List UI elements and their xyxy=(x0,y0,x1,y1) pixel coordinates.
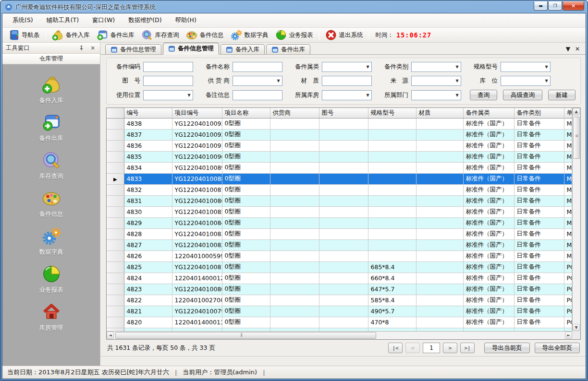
table-cell[interactable] xyxy=(319,284,368,295)
table-cell[interactable]: 4821 xyxy=(124,306,172,317)
table-cell[interactable] xyxy=(319,118,368,129)
table-cell[interactable] xyxy=(270,306,319,317)
table-row[interactable]: 4828YG122040100830型圈标准件（国产）日常备件M xyxy=(107,228,572,239)
table-cell[interactable]: 标准件（国产） xyxy=(463,284,514,295)
page-number-input[interactable]: 1 xyxy=(423,343,440,353)
table-cell[interactable] xyxy=(319,295,368,306)
row-header[interactable] xyxy=(107,295,124,306)
table-cell[interactable]: M xyxy=(564,118,572,129)
toolbar-data-dict-button[interactable]: 数据字典 xyxy=(227,28,272,42)
toolbar-parts-out-button[interactable]: 备件出库 xyxy=(93,28,138,42)
table-cell[interactable]: 日常备件 xyxy=(514,295,564,306)
table-cell[interactable]: 0型圈 xyxy=(222,250,270,262)
toolbar-parts-in-button[interactable]: 备件入库 xyxy=(49,28,93,42)
first-page-button[interactable]: |< xyxy=(388,343,403,353)
table-cell[interactable]: 日常备件 xyxy=(514,217,564,228)
row-header[interactable] xyxy=(107,129,124,140)
drawing-no-input[interactable] xyxy=(143,76,193,86)
prev-page-button[interactable]: < xyxy=(405,343,420,353)
table-cell[interactable]: YG12204010079 xyxy=(172,306,222,317)
table-cell[interactable] xyxy=(416,118,463,129)
table-cell[interactable] xyxy=(319,184,368,195)
table-cell[interactable]: 标准件（国产） xyxy=(463,129,514,140)
chevron-down-icon[interactable]: ▼ xyxy=(453,62,461,71)
table-cell[interactable]: 标准件（国产） xyxy=(463,295,514,306)
location-combobox[interactable]: ▼ xyxy=(501,76,551,86)
row-header[interactable] xyxy=(107,262,124,273)
table-cell[interactable]: 0型圈 xyxy=(222,129,270,140)
row-header[interactable] xyxy=(107,317,124,328)
table-cell[interactable]: M xyxy=(564,173,572,184)
table-cell[interactable] xyxy=(319,206,368,217)
table-cell[interactable] xyxy=(319,129,368,140)
sidebar-item-stock-query[interactable]: 库存查询 xyxy=(39,151,63,180)
table-cell[interactable]: M xyxy=(564,217,572,228)
last-page-button[interactable]: >| xyxy=(460,343,475,353)
tab-parts-in[interactable]: 备件入库 xyxy=(220,44,265,54)
table-cell[interactable]: 0型圈 xyxy=(222,317,270,328)
table-cell[interactable]: YG12204010089 xyxy=(172,162,222,173)
chevron-down-icon[interactable]: ▼ xyxy=(275,76,282,85)
table-cell[interactable]: 日常备件 xyxy=(514,206,564,217)
table-cell[interactable] xyxy=(270,151,319,162)
table-cell[interactable]: 0型圈 xyxy=(222,273,270,284)
horizontal-scrollbar[interactable]: ◄ ► xyxy=(107,331,572,339)
sidebar-item-parts-in[interactable]: 备件入库 xyxy=(39,75,63,105)
material-input[interactable] xyxy=(322,76,372,86)
column-header[interactable]: 编号 xyxy=(124,108,172,118)
table-cell[interactable]: 日常备件 xyxy=(514,284,564,295)
table-cell[interactable]: 日常备件 xyxy=(514,173,564,184)
table-cell[interactable] xyxy=(270,162,319,173)
column-header[interactable]: 项目编号 xyxy=(172,108,222,118)
table-row[interactable]: 482012204014000130型圈470*8标准件（国产）日常备件PC xyxy=(107,317,572,328)
table-cell[interactable]: 0型圈 xyxy=(222,162,270,173)
table-cell[interactable]: 0型圈 xyxy=(222,284,270,295)
table-cell[interactable]: 标准件（国产） xyxy=(463,262,514,273)
sidebar-item-warehouse[interactable]: 库房管理 xyxy=(39,302,63,332)
chevron-down-icon[interactable]: ▼ xyxy=(453,76,461,85)
table-cell[interactable]: 日常备件 xyxy=(514,250,564,262)
menu-item-help[interactable]: 帮助(H) xyxy=(169,14,203,27)
table-cell[interactable]: 标准件（国产） xyxy=(463,151,514,162)
table-cell[interactable]: M xyxy=(564,239,572,250)
table-cell[interactable]: YG12204010088 xyxy=(172,173,222,184)
table-cell[interactable]: M xyxy=(564,184,572,195)
row-header[interactable] xyxy=(107,140,124,151)
toolbar-exit-button[interactable]: 退出系统 xyxy=(322,28,367,42)
table-cell[interactable]: YG12204010081 xyxy=(172,262,222,273)
table-cell[interactable]: 685*8.4 xyxy=(368,262,416,273)
table-cell[interactable] xyxy=(319,306,368,317)
table-cell[interactable] xyxy=(368,184,416,195)
table-cell[interactable]: 1220401000599 xyxy=(172,250,222,262)
table-cell[interactable] xyxy=(270,206,319,217)
sidebar-item-data-dict[interactable]: 数据字典 xyxy=(39,226,63,256)
table-cell[interactable] xyxy=(270,173,319,184)
table-cell[interactable]: 4836 xyxy=(124,140,172,151)
table-cell[interactable] xyxy=(319,173,368,184)
query-button[interactable]: 查询 xyxy=(470,90,497,100)
table-cell[interactable] xyxy=(416,317,463,328)
table-cell[interactable]: 日常备件 xyxy=(514,151,564,162)
table-cell[interactable]: YG12204010092 xyxy=(172,129,222,140)
part-category-combobox[interactable]: ▼ xyxy=(322,62,372,72)
table-cell[interactable] xyxy=(319,217,368,228)
vertical-scroll-thumb[interactable] xyxy=(573,117,580,159)
table-cell[interactable] xyxy=(319,228,368,239)
table-cell[interactable]: YG12204010083 xyxy=(172,228,222,239)
table-cell[interactable]: 0型圈 xyxy=(222,195,270,206)
table-row[interactable]: 4821YG122040100790型圈490*5.7标准件（国产）日常备件PC xyxy=(107,306,572,317)
table-cell[interactable]: 标准件（国产） xyxy=(463,317,514,328)
table-cell[interactable]: M xyxy=(564,228,572,239)
column-header[interactable]: 备件类别 xyxy=(514,108,564,118)
table-row[interactable]: 482612204010005990型圈标准件（国产）日常备件M xyxy=(107,250,572,262)
table-row[interactable]: 4838YG122040100930型圈标准件（国产）日常备件M xyxy=(107,118,572,129)
table-cell[interactable]: 0型圈 xyxy=(222,173,270,184)
table-cell[interactable]: 标准件（国产） xyxy=(463,184,514,195)
row-header[interactable] xyxy=(107,250,124,262)
table-row[interactable]: 4825YG122040100810型圈685*8.4标准件（国产）日常备件PC xyxy=(107,262,572,273)
table-cell[interactable]: 0型圈 xyxy=(222,151,270,162)
table-cell[interactable] xyxy=(416,217,463,228)
table-cell[interactable] xyxy=(416,284,463,295)
table-cell[interactable]: 585*8.4 xyxy=(368,295,416,306)
table-row[interactable]: 4832YG122040100870型圈标准件（国产）日常备件M xyxy=(107,184,572,195)
